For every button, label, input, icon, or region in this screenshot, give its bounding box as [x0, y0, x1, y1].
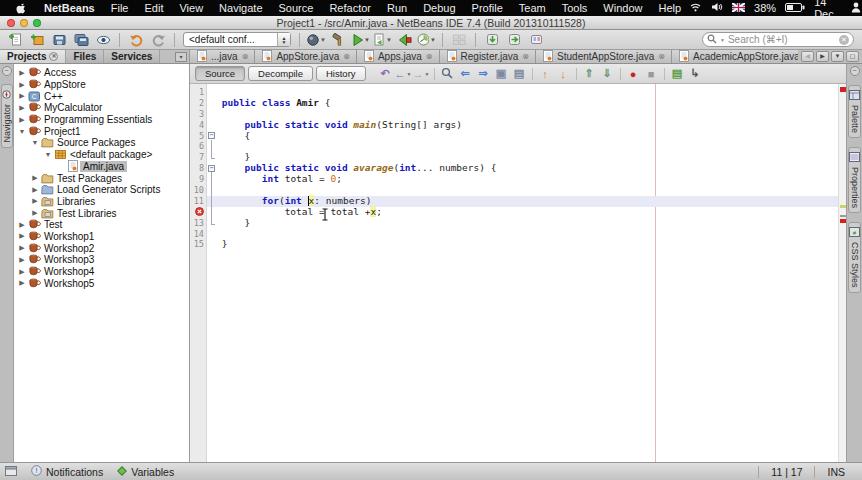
copy-selection-icon[interactable]: ▣	[493, 66, 510, 82]
tree-row[interactable]: ▶Test Packages	[14, 172, 189, 184]
tree-row[interactable]: ▶Test Libraries	[14, 207, 189, 219]
fold-collapse-icon[interactable]: −	[208, 165, 215, 172]
code-text[interactable]: public class Amir {	[216, 98, 846, 109]
collapse-right-panel-button[interactable]: −	[850, 66, 860, 76]
expand-node-icon[interactable]: ▶	[17, 116, 27, 124]
variables-button[interactable]: Variables	[117, 466, 174, 478]
menu-item-netbeans[interactable]: NetBeans	[36, 0, 103, 16]
profile-project-button[interactable]: ▼	[416, 31, 436, 49]
error-stripe-mark[interactable]	[840, 87, 846, 92]
editor-tab-register-java[interactable]: Register.java⊗	[440, 50, 537, 63]
code-text[interactable]: total = total +x;	[216, 207, 846, 218]
close-tab-icon[interactable]: ⊗	[658, 52, 665, 61]
fold-collapse-icon[interactable]: −	[208, 132, 215, 139]
save-all-button[interactable]	[71, 31, 91, 49]
editor-tab-academicappstore-java[interactable]: AcademicAppStore.java⊗	[672, 50, 798, 63]
tree-row[interactable]: ▼Project1	[14, 125, 189, 137]
scroll-tabs-left-button[interactable]: ◀	[801, 51, 814, 62]
projects-tree-panel[interactable]: ▶Access▶AppStore▶CC++▶MyCalculator▶Progr…	[14, 64, 190, 462]
undo-button[interactable]	[126, 31, 146, 49]
update-button[interactable]	[482, 31, 502, 49]
record-macro-icon[interactable]: ●	[625, 66, 642, 82]
expand-node-icon[interactable]: ▶	[30, 174, 40, 182]
tree-row[interactable]: ▶AppStore	[14, 79, 189, 91]
search-scope-dropdown-icon[interactable]: ▼	[720, 37, 725, 43]
quick-search-field[interactable]: ▼ Search (⌘+I) ✕	[702, 32, 854, 47]
fold-margin[interactable]: −	[207, 163, 216, 174]
dock-tab-palette[interactable]: Palette	[848, 85, 861, 138]
next-occurrence-icon[interactable]: ⇒	[475, 66, 492, 82]
next-bookmark-icon[interactable]: ⇓	[599, 66, 616, 82]
line-number[interactable]: 15	[190, 239, 207, 250]
code-text[interactable]	[216, 229, 846, 240]
tree-row[interactable]: ▼Source Packages	[14, 137, 189, 149]
tree-row[interactable]: ▶Workshop5	[14, 277, 189, 289]
close-tab-icon[interactable]: ⊗	[242, 52, 249, 61]
navigator-tab[interactable]: Navigator	[1, 84, 13, 148]
indent-icon[interactable]: ↳	[687, 66, 704, 82]
line-number[interactable]: 8	[190, 163, 207, 174]
stop-macro-icon[interactable]: ■	[643, 66, 660, 82]
build-project-button[interactable]: ▼	[306, 31, 326, 49]
expand-node-icon[interactable]: ▶	[30, 186, 40, 194]
dock-tab-css-styles[interactable]: #CSS Styles	[848, 222, 861, 293]
tree-row[interactable]: ▶Workshop4	[14, 266, 189, 278]
debug-project-dropdown-icon[interactable]: ▼	[386, 37, 392, 43]
apply-code-changes-button[interactable]	[394, 31, 414, 49]
line-number[interactable]: 11	[190, 196, 207, 207]
notifications-button[interactable]: ! Notifications	[31, 465, 103, 478]
tree-row[interactable]: ▶Access	[14, 67, 189, 79]
line-number[interactable]: 13	[190, 218, 207, 229]
vcs-status-button[interactable]	[449, 31, 469, 49]
expand-node-icon[interactable]: ▶	[17, 92, 27, 100]
code-text[interactable]: }	[216, 218, 846, 229]
comment-icon[interactable]: ▤	[669, 66, 686, 82]
tree-row[interactable]: ▶Libraries	[14, 196, 189, 208]
maximize-editor-button[interactable]: ▢	[846, 51, 859, 62]
expand-node-icon[interactable]: ▶	[17, 104, 27, 112]
jump-next-icon[interactable]: ↓	[555, 66, 572, 82]
expand-node-icon[interactable]: ▶	[17, 256, 27, 264]
editor-tab-apps-java[interactable]: Apps.java⊗	[357, 50, 440, 63]
menu-item-edit[interactable]: Edit	[136, 0, 171, 16]
battery-icon[interactable]	[785, 2, 805, 14]
error-stripe-mark[interactable]	[840, 215, 846, 217]
menu-item-run[interactable]: Run	[379, 0, 415, 16]
menu-item-debug[interactable]: Debug	[415, 0, 463, 16]
back-icon[interactable]: ←▼	[395, 66, 412, 82]
zoom-window-button[interactable]	[33, 19, 41, 27]
fold-margin[interactable]	[207, 185, 216, 196]
line-number[interactable]: 2	[190, 98, 207, 109]
view-button-source[interactable]: Source	[195, 66, 245, 81]
error-stripe[interactable]	[838, 84, 846, 462]
build-project-dropdown-icon[interactable]: ▼	[320, 37, 326, 43]
jump-prev-icon[interactable]: ↑	[537, 66, 554, 82]
fold-margin[interactable]	[207, 218, 216, 229]
close-tab-icon[interactable]: ⊗	[426, 52, 433, 61]
menu-item-refactor[interactable]: Refactor	[321, 0, 379, 16]
output-window-icon[interactable]	[5, 466, 17, 478]
menu-item-navigate[interactable]: Navigate	[211, 0, 270, 16]
error-stripe-mark[interactable]	[840, 205, 846, 208]
line-number[interactable]: 5	[190, 131, 207, 142]
tree-row[interactable]: ▶Workshop3	[14, 254, 189, 266]
close-window-button[interactable]	[7, 19, 15, 27]
collapse-explorer-button[interactable]: ▾	[175, 52, 187, 62]
menu-item-profile[interactable]: Profile	[464, 0, 511, 16]
code-text[interactable]: public static void main(String[] args)	[216, 120, 846, 131]
close-tab-icon[interactable]: ✕	[49, 52, 58, 61]
redo-button[interactable]	[148, 31, 168, 49]
editor-tab-studentappstore-java[interactable]: StudentAppStore.java⊗	[536, 50, 672, 63]
line-number[interactable]: 3	[190, 109, 207, 120]
dock-tab-properties[interactable]: Properties	[848, 147, 861, 213]
tree-row[interactable]: ▶Workshop1	[14, 231, 189, 243]
expand-node-icon[interactable]: ▶	[30, 209, 40, 217]
minimize-window-button[interactable]	[20, 19, 28, 27]
commit-button[interactable]	[504, 31, 524, 49]
expand-node-icon[interactable]: ▶	[17, 69, 27, 77]
line-number[interactable]: 10	[190, 185, 207, 196]
line-number[interactable]: 6	[190, 141, 207, 152]
expand-node-icon[interactable]: ▶	[17, 268, 27, 276]
fold-margin[interactable]	[207, 196, 216, 207]
diff-button[interactable]	[526, 31, 546, 49]
